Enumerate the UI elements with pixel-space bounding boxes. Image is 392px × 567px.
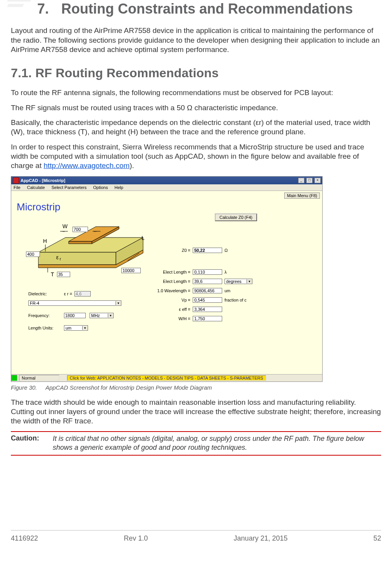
svg-text:H: H (43, 238, 47, 244)
client-area: Main Menu (F8) Microstrip (11, 191, 322, 374)
app-icon (13, 177, 19, 184)
chevron-down-icon: ▾ (108, 314, 113, 317)
caution-label: Caution: (11, 434, 53, 452)
minimize-button[interactable]: _ (298, 178, 304, 183)
elect-length-deg-unit-select[interactable]: degrees▾ (224, 279, 252, 284)
wavelength-label: 1.0 Wavelength = (132, 288, 190, 293)
vp-value: 0,545 (193, 297, 222, 303)
figure-caption-text: AppCAD Screenshot for Microstrip Design … (45, 384, 212, 391)
material-select[interactable]: FR-4▾ (28, 300, 121, 306)
eeff-label: ε eff = (132, 307, 190, 312)
footer-docnum: 4116922 (11, 534, 38, 543)
elect-length-deg-label: Elect Length = (132, 279, 190, 284)
frequency-label: Frequency: (28, 313, 64, 318)
chevron-down-icon: ▾ (116, 301, 121, 305)
input-w[interactable]: 700 (73, 227, 88, 232)
avago-link[interactable]: http://www.avagotech.com (44, 161, 130, 170)
footer-page: 52 (373, 534, 381, 543)
input-t[interactable]: 35 (57, 272, 70, 277)
chevron-down-icon: ▾ (82, 326, 88, 330)
section-heading: 7. Routing Constraints and Recommendatio… (11, 0, 381, 17)
input-h[interactable]: 400 (26, 251, 40, 257)
elect-length-lambda-value: 0,110 (193, 269, 222, 275)
intro-paragraph: Layout and routing of the AirPrime AR755… (11, 26, 381, 54)
caution-text: It is critical that no other signals (di… (53, 434, 381, 452)
paragraph: Basically, the characteristic impedance … (11, 118, 381, 137)
wavelength-value: 90806,456 (193, 288, 222, 293)
paragraph: The trace width should be wide enough to… (11, 398, 381, 426)
status-mode: Normal (19, 375, 59, 381)
microstrip-title: Microstrip (17, 201, 60, 213)
text: ). (130, 161, 134, 170)
subsection-heading: 7.1. RF Routing Recommendations (11, 66, 381, 80)
dielectric-label: Dielectric: (28, 291, 64, 296)
svg-text:T: T (51, 271, 54, 277)
wh-label: W/H = (132, 316, 190, 321)
window-controls: _ □ × (297, 177, 321, 183)
svg-text:←: ← (93, 229, 98, 234)
vp-unit: fraction of c (224, 298, 247, 302)
close-button[interactable]: × (314, 178, 321, 183)
length-units-label: Length Units: (28, 326, 64, 330)
svg-marker-5 (69, 241, 92, 244)
menu-options[interactable]: Options (93, 185, 108, 190)
er-symbol: ε r = (64, 291, 72, 296)
status-banner-link[interactable]: Click for Web: APPLICATION NOTES - MODEL… (67, 375, 266, 381)
eeff-value: 3,364 (193, 307, 222, 312)
z0-label: Z0 = (132, 248, 190, 253)
figure-appcad: AppCAD - [Microstrip] _ □ × File Calcula… (11, 176, 381, 382)
menubar: File Calculate Select Parameters Options… (11, 184, 322, 191)
frequency-unit-select[interactable]: MHz▾ (90, 313, 114, 318)
length-units-select[interactable]: um▾ (64, 325, 88, 331)
svg-text:→: → (61, 229, 66, 234)
status-bar: Normal Click for Web: APPLICATION NOTES … (11, 374, 322, 381)
calculate-button[interactable]: Calculate Z0 (F4) (215, 213, 257, 221)
elect-length-lambda-label: Elect Length = (132, 270, 190, 274)
section-number: 7. (37, 1, 49, 17)
z0-value: 50,22 (193, 248, 222, 253)
appcad-window: AppCAD - [Microstrip] _ □ × File Calcula… (11, 176, 323, 382)
status-indicator-icon (11, 375, 17, 381)
wh-value: 1,750 (193, 316, 222, 321)
elect-length-lambda-unit: λ (224, 270, 227, 274)
window-titlebar: AppCAD - [Microstrip] _ □ × (11, 177, 322, 184)
chevron-down-icon: ▾ (247, 279, 252, 283)
window-title: AppCAD - [Microstrip] (21, 178, 297, 183)
menu-calculate[interactable]: Calculate (27, 185, 45, 190)
footer-date: January 21, 2015 (234, 534, 288, 543)
footer-rev: Rev 1.0 (124, 534, 148, 543)
page-footer: 4116922 Rev 1.0 January 21, 2015 52 (11, 530, 381, 543)
section-title: Routing Constraints and Recommendations (11, 1, 381, 17)
wavelength-unit: um (224, 288, 230, 293)
figure-caption: Figure 30. AppCAD Screenshot for Microst… (11, 384, 381, 391)
z0-unit: Ω (224, 248, 228, 253)
svg-marker-1 (38, 252, 116, 265)
menu-select-parameters[interactable]: Select Parameters (52, 185, 86, 190)
menu-file[interactable]: File (14, 185, 21, 190)
figure-number: Figure 30. (11, 384, 37, 391)
svg-text:L: L (142, 235, 145, 241)
maximize-button[interactable]: □ (306, 178, 313, 183)
caution-block: Caution: It is critical that no other si… (11, 431, 381, 455)
paragraph: The RF signals must be routed using trac… (11, 103, 381, 113)
input-er: 4,6 (74, 291, 91, 297)
elect-length-deg-value: 39,6 (193, 279, 222, 284)
menu-help[interactable]: Help (114, 185, 123, 190)
svg-text:ε: ε (56, 254, 59, 260)
main-menu-button[interactable]: Main Menu (F8) (284, 192, 320, 199)
paragraph: To route the RF antenna signals, the fol… (11, 88, 381, 97)
paragraph: In order to respect this constraint, Sie… (11, 142, 381, 171)
vp-label: Vp = (132, 298, 190, 302)
input-frequency[interactable]: 1800 (64, 313, 86, 318)
